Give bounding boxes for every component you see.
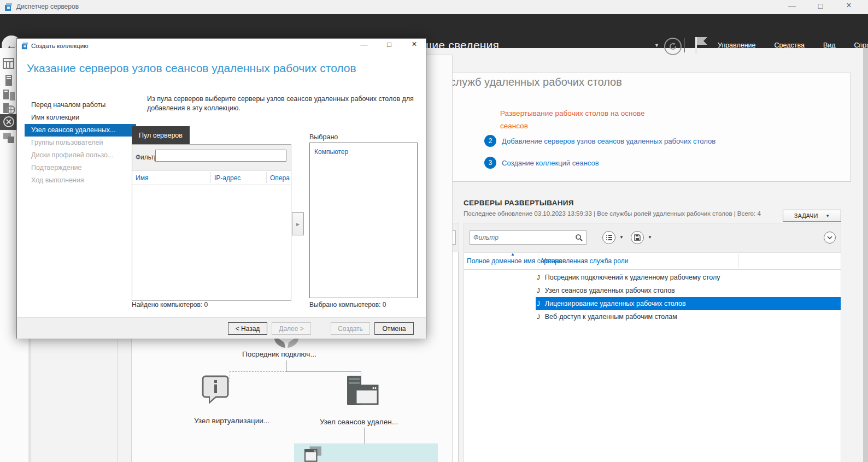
selected-label: Выбрано	[309, 133, 338, 141]
tasks-caret-icon: ▼	[825, 214, 830, 218]
selected-count: Выбрано компьютеров: 0	[309, 301, 386, 309]
virtualization-host-icon[interactable]	[201, 375, 231, 405]
close-icon[interactable]: ×	[840, 1, 858, 10]
table-row[interactable]: JЛицензирование удаленных рабочих столов	[464, 297, 841, 310]
list-view-caret-icon[interactable]: ▼	[619, 235, 624, 240]
pool-filter-panel: Фильтр:	[132, 144, 291, 171]
connector-line	[364, 428, 365, 443]
pool-table: Имя IP-адрес Опера	[132, 170, 291, 301]
table-row[interactable]: JПосредник подключений к удаленному рабо…	[464, 271, 841, 284]
broker-label[interactable]: Посредник подключ...	[242, 350, 316, 358]
sort-ascending-icon[interactable]: ▲	[511, 252, 515, 257]
server-manager-window: Диспетчер серверов — □ × ← → ▼ Диспетчер…	[0, 0, 868, 462]
servers-table-header: ▲ Полное доменное имя сервера Установлен…	[464, 253, 841, 270]
connector-line	[230, 371, 287, 372]
dialog-title: Создать коллекцию	[31, 43, 89, 49]
pool-column-name[interactable]: Имя	[136, 174, 148, 182]
dialog-heading: Указание серверов узлов сеансов удаленны…	[27, 62, 356, 75]
maximize-icon[interactable]: □	[811, 2, 830, 10]
server-name-cell: J	[537, 287, 540, 294]
dialog-close-icon[interactable]: ×	[406, 39, 423, 51]
dashboard-icon[interactable]	[0, 58, 16, 71]
dialog-description: Из пула серверов выберите серверы узлов …	[147, 94, 415, 113]
overview-step-2: 2 Добавление серверов узлов сеансов удал…	[484, 135, 715, 147]
servers-table: ▲ Полное доменное имя сервера Установлен…	[464, 252, 841, 462]
session-host-label[interactable]: Узел сеансов удален...	[320, 418, 398, 426]
local-server-icon[interactable]	[0, 74, 16, 87]
role-cell: Посредник подключений к удаленному рабоч…	[545, 274, 720, 281]
connector-line	[286, 360, 287, 371]
add-arrow-icon[interactable]: ►	[292, 212, 304, 235]
role-cell: Узел сеансов удаленных рабочих столов	[545, 287, 675, 294]
connector-line	[287, 371, 361, 372]
server-name-cell: J	[537, 300, 540, 307]
window-right-edge	[863, 48, 868, 462]
wizard-step[interactable]: Имя коллекции	[25, 111, 136, 124]
menu-вид[interactable]: Вид	[823, 42, 836, 49]
wizard-step: Диски профилей пользо...	[25, 149, 136, 162]
search-icon[interactable]	[575, 234, 583, 242]
pool-column-ip[interactable]: IP-адрес	[214, 174, 241, 182]
deployment-servers-title: СЕРВЕРЫ РАЗВЕРТЫВАНИЯ	[464, 199, 574, 207]
table-row[interactable]: JУзел сеансов удаленных рабочих столов	[464, 284, 841, 297]
list-view-icon[interactable]	[602, 231, 615, 244]
cancel-button[interactable]: Отмена	[374, 322, 414, 335]
next-button[interactable]: Далее >	[272, 322, 311, 335]
collapse-chevron-icon[interactable]	[824, 232, 836, 244]
table-row[interactable]: JВеб-доступ к удаленным рабочим столам	[464, 310, 841, 323]
wizard-step[interactable]: Узел сеансов удаленных...	[25, 124, 136, 137]
create-collection-dialog: Создать коллекцию — □ × Указание серверо…	[16, 38, 426, 339]
server-name-cell: J	[537, 313, 540, 320]
deployment-orange-link[interactable]: Развертывание рабочих столов на основе с…	[500, 107, 686, 132]
nav-dropdown-icon[interactable]: ▼	[654, 43, 659, 48]
window-title: Диспетчер серверов	[16, 3, 79, 10]
dialog-minimize-icon[interactable]: —	[356, 40, 372, 52]
notifications-flag-icon[interactable]	[694, 36, 708, 55]
servers-toolbar: ▼ ▼	[464, 223, 841, 253]
overview-step-3: 3 Создание коллекций сеансов	[484, 157, 599, 169]
virtualization-label[interactable]: Узел виртуализации...	[194, 417, 269, 425]
window-titlebar[interactable]: Диспетчер серверов — □ ×	[0, 0, 868, 14]
step-2-badge: 2	[484, 135, 496, 147]
all-servers-icon[interactable]	[0, 89, 16, 102]
back-button[interactable]: < Назад	[228, 322, 267, 335]
tasks-button[interactable]: ЗАДАЧИ▼	[783, 210, 841, 222]
found-count: Найдено компьютеров: 0	[132, 301, 208, 309]
file-services-icon[interactable]	[0, 132, 16, 145]
pool-column-os[interactable]: Опера	[270, 174, 290, 182]
column-header-role[interactable]: Установленная служба роли	[542, 257, 628, 265]
pool-filter-input[interactable]	[155, 150, 286, 162]
menubar: УправлениеСредстваВидСправка	[718, 28, 868, 62]
wizard-step: Группы пользователей	[25, 137, 136, 149]
save-icon[interactable]	[631, 231, 644, 244]
nav-divider	[684, 38, 685, 52]
menu-управление[interactable]: Управление	[718, 42, 756, 49]
session-host-icon[interactable]	[346, 375, 379, 407]
step-3-badge: 3	[484, 157, 496, 169]
filter-field[interactable]	[470, 230, 587, 245]
create-button[interactable]: Создать	[331, 322, 370, 335]
panel-divider	[118, 337, 118, 462]
dialog-icon	[21, 42, 29, 50]
dialog-maximize-icon[interactable]: □	[381, 40, 397, 52]
tab-server-pool[interactable]: Пул серверов	[132, 126, 190, 144]
sidebar-item-rds-selected[interactable]	[0, 114, 16, 130]
webaccess-icon[interactable]	[301, 446, 326, 462]
selected-column-computer[interactable]: Компьютер	[314, 148, 348, 156]
refresh-icon[interactable]	[664, 38, 682, 55]
menu-средства[interactable]: Средства	[775, 42, 805, 49]
dialog-footer: < Назад Далее > Создать Отмена	[17, 317, 426, 339]
step-2-link[interactable]: Добавление серверов узлов сеансов удален…	[502, 137, 715, 145]
wizard-step[interactable]: Перед началом работы	[25, 99, 136, 111]
save-caret-icon[interactable]: ▼	[648, 235, 652, 240]
selected-listbox[interactable]: Компьютер	[309, 143, 418, 298]
minimize-icon[interactable]: —	[783, 2, 801, 10]
deployment-servers-subtitle: Последнее обновление 03.10.2023 13:59:33…	[464, 210, 761, 217]
step-3-link[interactable]: Создание коллекций сеансов	[502, 159, 599, 167]
dialog-titlebar[interactable]: Создать коллекцию — □ ×	[17, 39, 426, 54]
app-icon	[4, 3, 13, 11]
server-name-cell: J	[537, 274, 540, 281]
filter-input[interactable]	[470, 234, 575, 241]
wizard-step: Подтверждение	[25, 162, 136, 174]
role-cell: Веб-доступ к удаленным рабочим столам	[545, 313, 677, 321]
